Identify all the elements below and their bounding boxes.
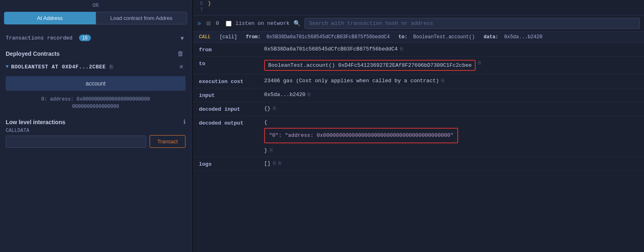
detail-row-execution-cost: execution cost 23406 gas (Cost only appl… [193, 75, 644, 88]
account-button[interactable]: account [6, 76, 185, 91]
contract-name-label: BOOLEANTEST AT 0XD4F...2CBEE [11, 64, 106, 70]
contract-chevron-icon: ▼ [6, 64, 9, 70]
toolbar-stop-icon: ⦻ [205, 20, 212, 27]
copy-logs-btn-1[interactable]: ⎘ [273, 161, 276, 167]
copy-input-btn[interactable]: ⎘ [308, 92, 311, 98]
copy-decoded-input-btn[interactable]: ⎘ [273, 106, 276, 112]
detail-row-to: to BooleanTest.account() 0xD4Fc541236927… [193, 57, 644, 75]
detail-row-decoded-input: decoded input {} ⎘ [193, 102, 644, 116]
logs-bracket: [] [264, 160, 271, 167]
call-header: CALL [call] from: 0x5B38Da6a701c568545dC… [193, 32, 644, 43]
calldata-label: CALLDATA [0, 127, 191, 135]
line-num-6: 6 [193, 1, 208, 7]
from-value: 0x5B38Da6a701c568545dCfcB03FcB875f56bedd… [264, 46, 638, 52]
transactions-chevron-btn[interactable]: ▾ [179, 33, 185, 43]
decoded-input-value: {} ⎘ [264, 105, 638, 112]
decoded-output-value: { "0": "address: 0x000000000000000000000… [264, 119, 638, 153]
logs-key: logs [199, 160, 264, 167]
execution-cost-key: execution cost [199, 78, 264, 85]
copy-contract-btn[interactable]: ⎘ [108, 63, 114, 70]
detail-row-input: input 0x5da...b2420 ⎘ [193, 88, 644, 102]
logs-value: [] ⎘ ⎘ [264, 160, 638, 167]
decoded-input-key: decoded input [199, 105, 264, 112]
search-icon: 🔍 [293, 20, 300, 27]
deployed-contracts-section-row: Deployed Contracts 🗑 [0, 45, 191, 61]
to-key: to [199, 60, 264, 67]
tx-detail-area: CALL [call] from: 0x5B38Da6a701c568545dC… [193, 32, 644, 252]
transactions-label: Transactions recorded 16 [6, 35, 91, 41]
call-to-label: to: [399, 34, 408, 40]
address-tabs: At Address Load contract from Addres [4, 12, 187, 24]
left-panel: OR At Address Load contract from Addres … [0, 0, 192, 252]
decoded-output-key: decoded output [199, 119, 264, 126]
input-text: 0x5da...b2420 [264, 92, 305, 98]
to-highlighted-box: BooleanTest.account() 0xD4Fc541236927E2E… [264, 60, 476, 71]
decoded-output-open-brace: { [264, 119, 267, 125]
load-contract-tab[interactable]: Load contract from Addres [96, 12, 187, 24]
address-output-line1: 0: address: 0x00000000000000000000000 [6, 96, 185, 103]
execution-cost-value: 23406 gas (Cost only applies when called… [264, 78, 638, 84]
decoded-output-box: "0": "address: 0x00000000000000000000000… [264, 128, 458, 143]
call-data-value: 0x5da...b2420 [504, 34, 543, 40]
search-input[interactable] [304, 18, 640, 29]
copy-from-btn[interactable]: ⎘ [400, 46, 403, 52]
toolbar-chevrons-icon[interactable]: » [197, 20, 201, 27]
to-value: BooleanTest.account() 0xD4Fc541236927E2E… [264, 60, 638, 71]
address-output: 0: address: 0x00000000000000000000000 00… [0, 94, 191, 114]
delete-contracts-btn[interactable]: 🗑 [176, 49, 185, 58]
call-from-value: 0x5B38Da6a701c568545dCfcB03FcB875f56bedd… [267, 34, 390, 40]
decoded-output-inner: "0": "address: 0x00000000000000000000000… [269, 132, 453, 138]
code-line-7: 7 [193, 7, 644, 13]
code-line-6: 6 } [193, 0, 644, 7]
address-output-line2: 0000000000000000 [6, 103, 185, 110]
transactions-section-row: Transactions recorded 16 ▾ [0, 29, 191, 45]
call-data-label: data: [484, 34, 498, 40]
contract-row: ▼ BOOLEANTEST AT 0XD4F...2CBEE ⎘ ✕ [0, 61, 191, 73]
transactions-badge: 16 [79, 35, 91, 41]
code-lines-area: 6 } 7 [193, 0, 644, 15]
close-contract-btn[interactable]: ✕ [177, 63, 185, 70]
detail-row-from: from 0x5B38Da6a701c568545dCfcB03FcB875f5… [193, 43, 644, 57]
or-divider: OR [0, 0, 191, 12]
low-level-row: Low level interactions ℹ [0, 114, 191, 127]
decoded-input-text: {} [264, 105, 271, 112]
toolbar-count: 0 [216, 20, 222, 26]
from-address: 0x5B38Da6a701c568545dCfcB03FcB875f56bedd… [264, 46, 398, 52]
calldata-row: Transact [0, 135, 191, 148]
from-key: from [199, 46, 264, 53]
input-key: input [199, 92, 264, 99]
copy-decoded-output-btn[interactable]: ⎘ [270, 148, 273, 153]
input-value: 0x5da...b2420 ⎘ [264, 92, 638, 98]
call-from-label: from: [246, 34, 260, 40]
info-icon[interactable]: ℹ [183, 118, 185, 125]
logs-icons: [] ⎘ ⎘ [264, 160, 281, 167]
decoded-output-close-brace: } [264, 147, 267, 153]
copy-logs-btn-2[interactable]: ⎘ [278, 161, 281, 167]
execution-cost-text: 23406 gas (Cost only applies when called… [264, 78, 439, 84]
calldata-input[interactable] [6, 136, 146, 148]
detail-row-decoded-output: decoded output { "0": "address: 0x000000… [193, 116, 644, 157]
deployed-contracts-label: Deployed Contracts [6, 50, 60, 57]
low-level-label: Low level interactions [6, 119, 65, 125]
listen-checkbox[interactable] [226, 21, 232, 26]
listen-label: listen on network [236, 20, 290, 26]
line-content-6: } [208, 0, 211, 7]
call-keyword: CALL [199, 34, 211, 40]
right-panel: 6 } 7 » ⦻ 0 listen on network 🔍 CALL [ca… [193, 0, 644, 252]
at-address-tab[interactable]: At Address [4, 12, 96, 24]
toolbar-row: » ⦻ 0 listen on network 🔍 [193, 15, 644, 32]
copy-execution-cost-btn[interactable]: ⎘ [441, 78, 444, 84]
detail-row-logs: logs [] ⎘ ⎘ [193, 157, 644, 171]
transact-button[interactable]: Transact [150, 135, 185, 148]
call-to-value: BooleanTest.account() [413, 34, 475, 40]
copy-to-btn[interactable]: ⎘ [478, 60, 481, 66]
call-bracket: [call] [219, 34, 237, 40]
line-num-7: 7 [193, 7, 208, 13]
